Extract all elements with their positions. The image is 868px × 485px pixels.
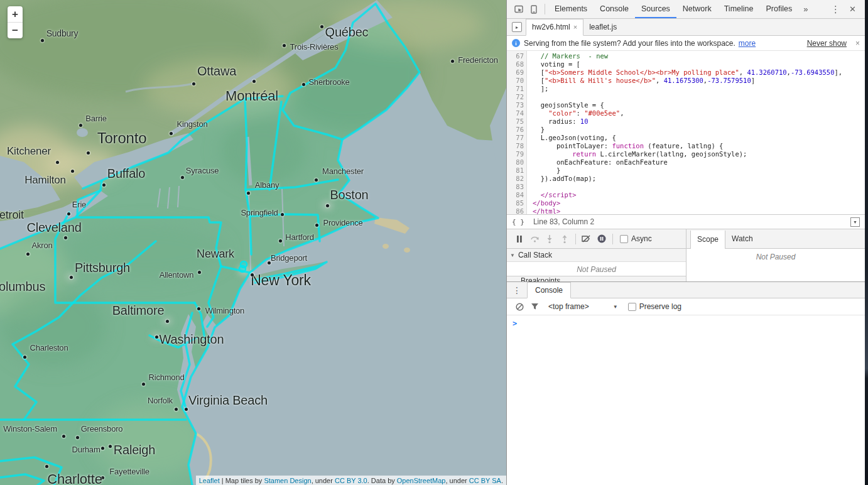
city-dot [155, 335, 158, 339]
city-dot [102, 183, 106, 187]
console-prompt[interactable]: > [507, 315, 865, 328]
zoom-out-button[interactable]: − [8, 23, 23, 38]
devtools-tab-network[interactable]: Network [676, 0, 718, 18]
city-label: Richmond [149, 373, 185, 382]
scope-pane: Not Paused [686, 249, 865, 281]
city-dot [67, 212, 70, 215]
step-into-icon[interactable] [542, 232, 557, 246]
notification-text: Serving from the file system? Add your f… [524, 39, 735, 48]
call-stack-label: Call Stack [518, 251, 552, 259]
workspace-notification: i Serving from the file system? Add your… [507, 36, 865, 51]
city-label: Erie [72, 200, 86, 209]
city-dot [197, 307, 200, 310]
attribution-link[interactable]: Stamen Design [264, 477, 311, 484]
device-toolbar-icon[interactable] [526, 2, 541, 17]
map-labels: SudburyQuébecTrois-RivièresOttawaFrederi… [0, 0, 506, 485]
expand-panel-icon[interactable]: ▼ [850, 217, 860, 227]
zoom-in-button[interactable]: + [8, 6, 23, 23]
city-dot [302, 83, 305, 86]
city-label: Akron [32, 241, 53, 250]
file-tab-leaflet.js[interactable]: leaflet.js [583, 19, 622, 35]
city-label: Buffalo [107, 166, 146, 181]
inspect-element-icon[interactable] [511, 2, 526, 17]
city-label: Columbus [0, 280, 45, 294]
city-dot [326, 204, 329, 207]
city-label: Bridgeport [271, 253, 307, 263]
city-label: Fredericton [458, 55, 498, 65]
devtools-menu-icon[interactable]: ⋮ [825, 4, 847, 15]
attribution-link[interactable]: OpenStreetMap [397, 477, 446, 484]
city-dot [109, 445, 112, 448]
collapse-triangle-icon: ▼ [510, 253, 515, 258]
city-label: Winston-Salem [3, 424, 57, 433]
map-attribution: Leaflet | Map tiles by Stamen Design, un… [196, 476, 506, 485]
city-dot [315, 178, 318, 182]
city-label: Providence [323, 218, 362, 227]
city-dot [320, 25, 323, 28]
scope-status: Not Paused [686, 249, 865, 261]
cursor-position: Line 83, Column 2 [533, 217, 594, 226]
city-dot [268, 261, 271, 264]
devtools-tab-elements[interactable]: Elements [548, 0, 594, 18]
devtools-tab-profiles[interactable]: Profiles [759, 0, 798, 18]
notification-close-icon[interactable]: × [855, 39, 860, 48]
async-label[interactable]: Async [631, 234, 652, 243]
city-dot [247, 192, 250, 195]
tab-console-drawer[interactable]: Console [527, 282, 571, 298]
city-label: Québec [325, 25, 369, 40]
tab-scope[interactable]: Scope [690, 231, 725, 249]
city-label: Toronto [97, 129, 147, 147]
async-checkbox[interactable] [620, 235, 628, 243]
preserve-log-checkbox[interactable] [628, 303, 636, 311]
devtools-panel: ElementsConsoleSourcesNetworkTimelinePro… [506, 0, 865, 485]
file-tab-hw2v6.html[interactable]: hw2v6.html× [526, 19, 583, 36]
step-out-icon[interactable] [557, 232, 572, 246]
devtools-tab-console[interactable]: Console [594, 0, 635, 18]
attribution-link[interactable]: CC BY 3.0 [335, 477, 367, 484]
city-label: Sherbrooke [308, 77, 349, 87]
notification-more-link[interactable]: more [739, 39, 756, 48]
city-dot [170, 132, 173, 135]
code-lines[interactable]: // Markers - new voting = [ ["<b>Somers … [527, 51, 865, 214]
code-gutter[interactable]: 6768697071727374757677787980818283848586 [507, 51, 527, 214]
city-dot [142, 383, 145, 386]
attribution-link[interactable]: Leaflet [199, 477, 220, 484]
city-label: Albany [255, 180, 279, 190]
frame-selector[interactable]: <top frame> [548, 302, 589, 311]
devtools-tab-timeline[interactable]: Timeline [718, 0, 760, 18]
city-label: Raleigh [114, 443, 155, 457]
map-panel[interactable]: SudburyQuébecTrois-RivièresOttawaFrederi… [0, 0, 506, 485]
city-label: Baltimore [112, 303, 165, 318]
city-dot [76, 436, 79, 439]
show-navigator-icon[interactable]: ▸ [512, 22, 522, 32]
deactivate-breakpoints-icon[interactable] [579, 232, 594, 246]
never-show-link[interactable]: Never show [807, 39, 847, 48]
attribution-text: | Map tiles by [220, 477, 264, 484]
tabs-overflow-icon[interactable]: » [798, 4, 813, 14]
devtools-close-icon[interactable]: ✕ [847, 4, 859, 14]
city-dot [198, 271, 201, 274]
filter-icon[interactable] [527, 300, 542, 313]
city-label: Fayetteville [109, 467, 149, 476]
call-stack-status: Not Paused [507, 262, 686, 276]
console-body[interactable]: > [507, 315, 865, 485]
call-stack-header[interactable]: ▼ Call Stack [507, 249, 686, 262]
frame-selector-arrow-icon[interactable]: ▼ [613, 304, 618, 310]
devtools-tab-sources[interactable]: Sources [635, 0, 676, 18]
file-tab-close-icon[interactable]: × [573, 23, 577, 31]
pretty-print-icon[interactable]: { } [512, 218, 524, 226]
city-dot [281, 213, 284, 216]
drawer-menu-icon[interactable]: ⋮ [511, 285, 527, 298]
code-editor[interactable]: 6768697071727374757677787980818283848586… [507, 51, 865, 214]
breakpoints-header[interactable]: Breakpoints [507, 276, 686, 281]
step-over-icon[interactable] [527, 232, 542, 246]
tab-watch[interactable]: Watch [725, 230, 759, 248]
console-drawer: ⋮ Console <top frame> ▼ Preserve log > [507, 281, 865, 485]
city-label: Cleveland [26, 221, 81, 235]
pause-script-icon[interactable] [512, 232, 527, 246]
clear-console-icon[interactable] [512, 300, 527, 313]
pause-on-exceptions-icon[interactable] [594, 232, 609, 246]
preserve-log-label[interactable]: Preserve log [639, 302, 681, 311]
attribution-link[interactable]: CC BY SA [469, 477, 501, 484]
console-toolbar: <top frame> ▼ Preserve log [507, 298, 865, 315]
